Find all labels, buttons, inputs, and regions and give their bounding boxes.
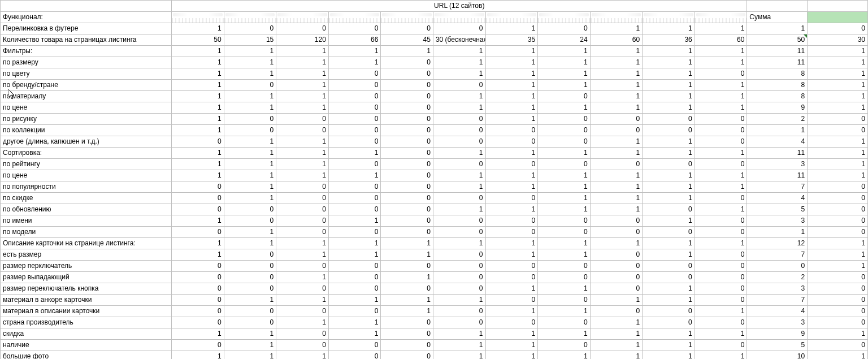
sum-cell[interactable]: 0 (747, 261, 808, 272)
data-cell[interactable]: 1 (485, 23, 538, 34)
data-cell[interactable]: 1 (328, 215, 381, 227)
data-cell[interactable]: 0 (485, 317, 538, 328)
data-cell[interactable]: 0 (224, 215, 276, 227)
extra-cell[interactable]: 0 (808, 306, 868, 317)
data-cell[interactable]: 0 (485, 193, 538, 204)
extra-cell[interactable]: 1 (808, 170, 868, 181)
data-cell[interactable]: 1 (328, 249, 381, 261)
data-cell[interactable]: 0 (172, 136, 224, 148)
data-cell[interactable]: 36 (643, 34, 695, 46)
data-cell[interactable]: 1 (538, 57, 591, 68)
data-cell[interactable]: 1 (538, 328, 591, 340)
data-cell[interactable]: 0 (276, 23, 329, 34)
data-cell[interactable]: 1 (538, 68, 591, 80)
extra-cell[interactable]: 0 (808, 283, 868, 295)
url-col-4[interactable] (328, 12, 381, 23)
functional-label[interactable]: Функционал: (1, 12, 172, 23)
data-cell[interactable]: 1 (643, 91, 695, 102)
data-cell[interactable]: 1 (538, 170, 591, 181)
data-cell[interactable]: 0 (172, 317, 224, 328)
row-label[interactable]: другое (длина, капюшен и т.д.) (1, 136, 172, 148)
data-cell[interactable]: 1 (695, 204, 747, 215)
data-cell[interactable]: 0 (485, 125, 538, 136)
data-cell[interactable]: 1 (276, 170, 329, 181)
data-cell[interactable]: 0 (172, 272, 224, 283)
data-cell[interactable]: 0 (381, 80, 433, 91)
extra-cell[interactable]: 1 (808, 68, 868, 80)
row-label[interactable]: Количество товара на страницах листинга (1, 34, 172, 46)
data-cell[interactable]: 0 (276, 181, 329, 193)
data-cell[interactable]: 1 (590, 340, 643, 351)
data-cell[interactable]: 1 (485, 328, 538, 340)
data-cell[interactable]: 0 (433, 136, 485, 148)
data-cell[interactable]: 0 (276, 328, 329, 340)
data-cell[interactable]: 1 (224, 148, 276, 159)
data-cell[interactable]: 1 (485, 80, 538, 91)
data-cell[interactable]: 1 (538, 204, 591, 215)
data-cell[interactable]: 1 (695, 148, 747, 159)
extra-cell[interactable]: 1 (808, 148, 868, 159)
data-cell[interactable]: 120 (276, 34, 329, 46)
data-cell[interactable]: 0 (643, 227, 695, 238)
data-cell[interactable]: 0 (224, 204, 276, 215)
row-label[interactable]: по бренду/стране (1, 80, 172, 91)
data-cell[interactable]: 0 (695, 340, 747, 351)
sum-cell[interactable]: 4 (747, 136, 808, 148)
sum-cell[interactable]: 5 (747, 340, 808, 351)
extra-cell[interactable]: 1 (808, 136, 868, 148)
data-cell[interactable]: 0 (328, 114, 381, 125)
data-cell[interactable]: 0 (538, 136, 591, 148)
extra-cell[interactable]: 0 (808, 193, 868, 204)
data-cell[interactable]: 1 (276, 57, 329, 68)
data-cell[interactable]: 1 (172, 80, 224, 91)
data-cell[interactable]: 1 (485, 340, 538, 351)
row-label[interactable]: наличие (1, 340, 172, 351)
extra-cell[interactable]: 0 (808, 23, 868, 34)
data-cell[interactable]: 1 (538, 193, 591, 204)
data-cell[interactable]: 0 (695, 317, 747, 328)
data-cell[interactable]: 1 (381, 249, 433, 261)
data-cell[interactable]: 1 (590, 91, 643, 102)
data-cell[interactable]: 1 (695, 328, 747, 340)
data-cell[interactable]: 0 (433, 114, 485, 125)
data-cell[interactable]: 1 (485, 68, 538, 80)
extra-cell[interactable]: 0 (808, 125, 868, 136)
data-cell[interactable]: 0 (276, 340, 329, 351)
data-cell[interactable]: 0 (695, 114, 747, 125)
sum-cell[interactable]: 3 (747, 317, 808, 328)
data-cell[interactable]: 1 (538, 249, 591, 261)
data-cell[interactable]: 0 (695, 249, 747, 261)
data-cell[interactable]: 1 (328, 238, 381, 249)
data-cell[interactable]: 1 (433, 181, 485, 193)
data-cell[interactable]: 1 (381, 46, 433, 57)
row-label[interactable]: страна производитель (1, 317, 172, 328)
data-cell[interactable]: 0 (485, 227, 538, 238)
data-cell[interactable]: 0 (485, 295, 538, 306)
extra-cell[interactable]: 1 (808, 159, 868, 170)
data-cell[interactable]: 1 (643, 170, 695, 181)
data-cell[interactable]: 1 (276, 46, 329, 57)
sum-cell[interactable]: 7 (747, 295, 808, 306)
data-cell[interactable]: 1 (276, 238, 329, 249)
data-cell[interactable]: 0 (538, 295, 591, 306)
data-cell[interactable]: 1 (381, 238, 433, 249)
data-cell[interactable]: 1 (485, 91, 538, 102)
data-cell[interactable]: 1 (172, 148, 224, 159)
extra-cell[interactable]: 1 (808, 351, 868, 360)
data-cell[interactable]: 0 (433, 306, 485, 317)
data-cell[interactable]: 0 (381, 328, 433, 340)
data-cell[interactable]: 0 (538, 91, 591, 102)
data-cell[interactable]: 0 (381, 68, 433, 80)
extra-cell[interactable]: 0 (808, 295, 868, 306)
data-cell[interactable]: 0 (381, 351, 433, 360)
data-cell[interactable]: 0 (538, 114, 591, 125)
row-label[interactable]: по модели (1, 227, 172, 238)
data-cell[interactable]: 0 (381, 136, 433, 148)
extra-cell[interactable]: 0 (808, 215, 868, 227)
data-cell[interactable]: 0 (172, 193, 224, 204)
data-cell[interactable]: 0 (433, 215, 485, 227)
data-cell[interactable]: 1 (328, 46, 381, 57)
sum-cell[interactable]: 11 (747, 170, 808, 181)
data-cell[interactable]: 1 (328, 148, 381, 159)
data-cell[interactable]: 1 (224, 46, 276, 57)
